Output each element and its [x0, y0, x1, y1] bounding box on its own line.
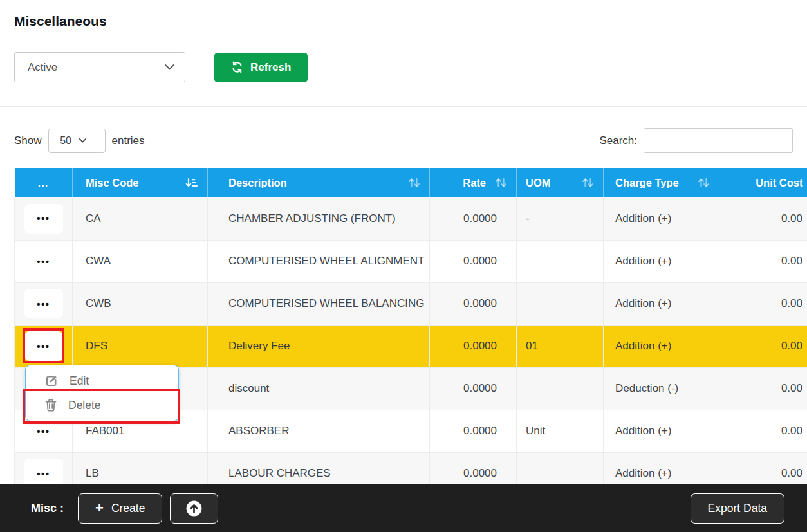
- cell-rate: 0.0000: [430, 325, 517, 367]
- row-actions-button[interactable]: •••: [24, 204, 63, 234]
- page-size-value: 50: [60, 135, 71, 147]
- cell-uom: [517, 282, 604, 325]
- cell-rate: 0.0000: [430, 240, 517, 282]
- cell-description: discount: [208, 367, 430, 410]
- cell-unit-cost: 0.00: [719, 282, 807, 325]
- menu-item-edit-label: Edit: [70, 374, 89, 388]
- column-header-charge-type[interactable]: Charge Type: [604, 168, 719, 197]
- sort-both-icon: [495, 178, 507, 188]
- column-header-misc-code[interactable]: Misc Code: [73, 168, 208, 197]
- list-controls: Show 50 entries Search:: [14, 128, 793, 153]
- edit-icon: [45, 374, 58, 387]
- cell-rate: 0.0000: [430, 197, 517, 240]
- menu-item-edit[interactable]: Edit: [26, 369, 178, 393]
- misc-label: Misc :: [31, 502, 64, 515]
- cell-rate: 0.0000: [430, 410, 517, 452]
- refresh-label: Refresh: [250, 61, 291, 74]
- table-header-row: ... Misc Code Description: [15, 168, 807, 197]
- export-data-button[interactable]: Export Data: [691, 493, 784, 524]
- sort-both-icon: [698, 178, 710, 188]
- refresh-button[interactable]: Refresh: [214, 53, 308, 82]
- data-table: ... Misc Code Description: [14, 168, 807, 495]
- export-data-label: Export Data: [708, 502, 767, 515]
- cell-uom: [517, 240, 604, 282]
- cell-rate: 0.0000: [430, 367, 517, 410]
- cell-charge-type: Addition (+): [604, 410, 719, 452]
- plus-icon: +: [95, 501, 104, 515]
- sort-amount-down-icon: [185, 178, 198, 188]
- cell-misc-code: DFS: [73, 325, 208, 367]
- column-header-unit-cost[interactable]: Unit Cost: [719, 168, 807, 197]
- page-title: Miscellaneous: [0, 0, 807, 37]
- cell-uom: Unit: [517, 410, 604, 452]
- arrow-circle-up-icon: [185, 500, 203, 517]
- action-bar: Misc : + Create Export Data: [0, 484, 807, 532]
- row-actions-button[interactable]: •••: [24, 289, 63, 318]
- row-actions-button[interactable]: •••: [24, 246, 63, 276]
- cell-unit-cost: 0.00: [719, 197, 807, 240]
- section-divider: [0, 106, 807, 107]
- entries-label: entries: [112, 134, 145, 147]
- table-row: ••• CWA COMPUTERISED WHEEL ALIGNMENT 0.0…: [15, 240, 807, 282]
- chevron-down-icon: [79, 138, 86, 143]
- create-button[interactable]: + Create: [78, 493, 162, 524]
- refresh-icon: [231, 61, 243, 73]
- cell-unit-cost: 0.00: [719, 325, 807, 367]
- page-size-select[interactable]: 50: [48, 129, 106, 153]
- cell-misc-code: CWA: [73, 240, 208, 282]
- table-row-selected: ••• DFS Delivery Fee 0.0000 01 Addition …: [15, 325, 807, 367]
- cell-unit-cost: 0.00: [719, 240, 807, 282]
- cell-charge-type: Deduction (-): [604, 367, 719, 410]
- status-filter-value: Active: [28, 61, 57, 74]
- cell-unit-cost: 0.00: [719, 367, 807, 410]
- cell-charge-type: Addition (+): [604, 240, 719, 282]
- cell-uom: -: [517, 197, 604, 240]
- table-row: ••• CWB COMPUTERISED WHEEL BALANCING 0.0…: [15, 282, 807, 325]
- cell-misc-code: CWB: [73, 282, 208, 325]
- column-header-uom[interactable]: UOM: [517, 168, 604, 197]
- cell-rate: 0.0000: [430, 282, 517, 325]
- cell-description: CHAMBER ADJUSTING (FRONT): [208, 197, 430, 240]
- table-row: ••• CA CHAMBER ADJUSTING (FRONT) 0.0000 …: [15, 197, 807, 240]
- cell-misc-code: CA: [73, 197, 208, 240]
- toolbar: Active Refresh: [14, 52, 793, 82]
- cell-description: COMPUTERISED WHEEL BALANCING: [208, 282, 430, 325]
- row-context-menu: Edit Delete: [25, 365, 179, 421]
- cell-charge-type: Addition (+): [604, 325, 719, 367]
- cell-charge-type: Addition (+): [604, 197, 719, 240]
- status-filter-select[interactable]: Active: [14, 52, 185, 82]
- show-label: Show: [14, 134, 42, 147]
- cell-description: Delivery Fee: [208, 325, 430, 367]
- column-header-rate[interactable]: Rate: [430, 168, 517, 197]
- menu-item-delete-label: Delete: [68, 399, 101, 412]
- cell-uom: [517, 367, 604, 410]
- chevron-down-icon: [165, 64, 174, 70]
- cell-uom: 01: [517, 325, 604, 367]
- sort-both-icon: [408, 178, 420, 188]
- column-header-actions: ...: [15, 168, 73, 197]
- cell-unit-cost: 0.00: [719, 410, 807, 452]
- create-label: Create: [111, 502, 145, 515]
- menu-item-delete[interactable]: Delete: [26, 393, 178, 417]
- cell-charge-type: Addition (+): [604, 282, 719, 325]
- scroll-top-button[interactable]: [170, 493, 218, 524]
- search-label: Search:: [599, 134, 637, 147]
- trash-icon: [45, 399, 57, 412]
- sort-both-icon: [582, 178, 594, 188]
- column-header-description[interactable]: Description: [208, 168, 430, 197]
- search-input[interactable]: [644, 128, 793, 153]
- cell-description: COMPUTERISED WHEEL ALIGNMENT: [208, 240, 430, 282]
- row-actions-button[interactable]: •••: [24, 331, 63, 361]
- cell-description: ABSORBER: [208, 410, 430, 452]
